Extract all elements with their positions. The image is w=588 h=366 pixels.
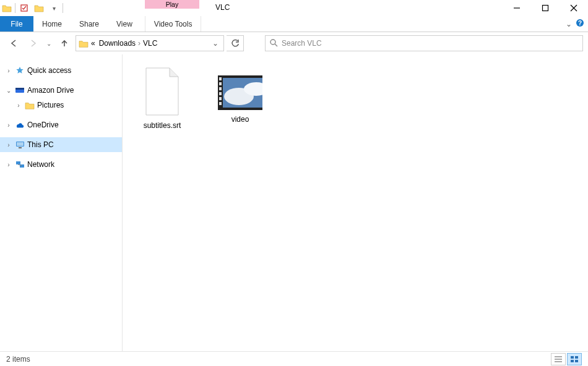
tab-share[interactable]: Share [71,16,108,32]
maximize-button[interactable] [531,0,560,16]
network-icon [15,160,25,169]
sidebar-item-label: This PC [27,140,54,149]
help-icon[interactable]: ? [576,19,584,29]
svg-rect-10 [15,88,24,90]
svg-rect-24 [219,92,222,95]
close-button[interactable] [560,0,588,16]
svg-rect-39 [575,360,578,362]
title-bar: ▾ Play VLC [0,0,588,16]
address-bar[interactable]: « Downloads › VLC ⌄ [76,35,224,51]
svg-rect-23 [219,87,222,90]
separator [63,3,63,13]
qat-properties-icon[interactable] [17,1,32,15]
svg-line-3 [571,5,577,11]
sidebar-item-label: Pictures [37,101,64,109]
back-button[interactable] [5,35,22,52]
svg-rect-38 [571,360,574,362]
folder-icon [79,38,89,48]
search-icon [269,38,278,49]
large-icons-view-button[interactable] [567,353,582,365]
svg-rect-21 [219,77,222,80]
chevron-right-icon[interactable]: › [5,122,12,129]
folder-icon [25,100,35,110]
qat-customize-icon[interactable]: ▾ [46,1,61,15]
tab-home[interactable]: Home [33,16,71,32]
svg-line-8 [275,44,277,46]
svg-rect-22 [219,82,222,85]
search-box[interactable] [265,35,583,51]
pc-icon [15,140,25,150]
star-icon [15,66,25,75]
tab-video-tools[interactable]: Video Tools [145,16,202,32]
ribbon: File Home Share View Video Tools ⌄ ? [0,16,588,32]
file-item-subtitles[interactable]: subtitles.srt [132,66,192,130]
app-folder-icon [0,1,14,15]
sidebar-item-quick-access[interactable]: › Quick access [0,63,122,78]
navigation-bar: ⌄ « Downloads › VLC ⌄ [0,32,588,54]
navigation-pane: › Quick access ⌄ Amazon Drive › Pictures… [0,54,123,351]
sidebar-item-label: OneDrive [27,121,59,129]
chevron-right-icon[interactable]: › [15,102,22,109]
separator [15,3,15,13]
main-area: › Quick access ⌄ Amazon Drive › Pictures… [0,54,588,351]
sidebar-item-network[interactable]: › Network [0,157,122,172]
forward-button[interactable] [25,35,42,52]
sidebar-item-label: Amazon Drive [27,86,74,95]
ribbon-collapse-icon[interactable]: ⌄ [566,20,572,28]
file-menu[interactable]: File [0,16,33,32]
sidebar-item-this-pc[interactable]: › This PC [0,137,122,152]
sidebar-item-label: Network [27,160,54,169]
breadcrumb-downloads[interactable]: Downloads [98,39,137,48]
chevron-right-icon[interactable]: › [5,67,12,74]
breadcrumb-vlc[interactable]: VLC [142,39,158,48]
file-item-video[interactable]: video [210,66,270,124]
svg-rect-14 [16,161,20,164]
sidebar-item-pictures[interactable]: › Pictures [0,98,122,113]
chevron-right-icon[interactable]: › [5,161,12,168]
svg-rect-2 [543,6,548,11]
svg-rect-26 [219,102,222,105]
svg-point-7 [270,40,275,45]
minimize-button[interactable] [503,0,531,16]
chevron-down-icon[interactable]: ⌄ [5,87,12,94]
up-button[interactable] [56,35,73,52]
svg-rect-36 [571,356,574,359]
chevron-right-icon[interactable]: › [138,39,141,48]
file-label: video [231,115,249,124]
contextual-tab-header: Play [145,0,199,9]
breadcrumb-prefix[interactable]: « [90,39,97,48]
address-dropdown-icon[interactable]: ⌄ [210,39,221,48]
text-file-icon [140,66,184,117]
tab-view[interactable]: View [108,16,141,32]
search-input[interactable] [282,39,579,48]
amazon-drive-icon [15,85,25,95]
window-title: VLC [215,3,230,12]
status-item-count: 2 items [6,355,30,364]
details-view-button[interactable] [551,353,566,365]
file-label: subtitles.srt [144,121,181,130]
sidebar-item-label: Quick access [27,66,71,75]
svg-line-4 [571,5,577,11]
refresh-button[interactable] [227,35,244,51]
onedrive-icon [15,120,25,130]
svg-text:?: ? [578,20,582,27]
svg-rect-37 [575,356,578,359]
svg-rect-13 [19,147,22,148]
file-list[interactable]: subtitles.srt video [123,54,588,351]
chevron-right-icon[interactable]: › [5,142,12,148]
video-file-icon [218,74,262,111]
sidebar-item-amazon-drive[interactable]: ⌄ Amazon Drive [0,83,122,98]
svg-rect-25 [219,97,222,100]
svg-rect-12 [17,142,24,146]
qat-newfolder-icon[interactable] [32,1,46,15]
status-bar: 2 items [0,351,588,366]
sidebar-item-onedrive[interactable]: › OneDrive [0,117,122,132]
recent-locations-icon[interactable]: ⌄ [45,35,53,52]
svg-rect-15 [20,164,24,168]
